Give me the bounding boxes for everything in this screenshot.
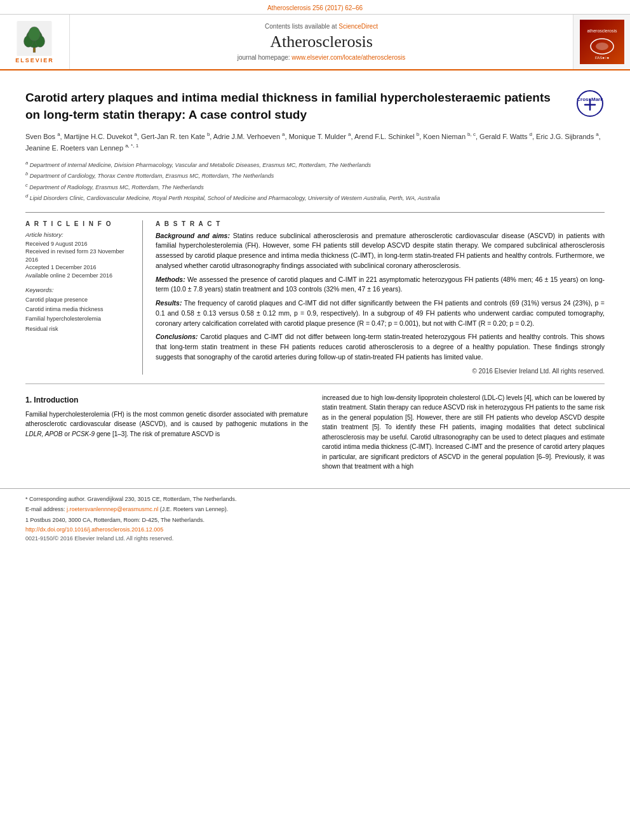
copyright-line: © 2016 Elsevier Ireland Ltd. All rights …: [156, 368, 605, 375]
main-content: Carotid artery plaques and intima medial…: [0, 70, 630, 488]
abstract-methods: Methods: We assessed the presence of car…: [156, 275, 605, 295]
intro-continued-column: increased due to high low-density lipopr…: [322, 393, 605, 476]
elsevier-brand-text: ELSEVIER: [15, 57, 54, 63]
svg-text:atherosclerosis: atherosclerosis: [587, 29, 617, 33]
keyword-4: Residual risk: [25, 324, 133, 334]
received-revised-date: Received in revised form 23 November 201…: [25, 248, 133, 263]
accepted-date: Accepted 1 December 2016: [25, 263, 133, 272]
email-attribution: (J.E. Roeters van Lennep).: [160, 506, 229, 512]
keywords-label: Keywords:: [25, 286, 133, 293]
sciencedirect-link[interactable]: ScienceDirect: [338, 23, 378, 30]
keyword-3: Familial hypercholesterolemia: [25, 314, 133, 324]
svg-point-10: [596, 43, 608, 50]
affil-b: b Department of Cardiology, Thorax Centr…: [25, 170, 605, 181]
affil-c: c Department of Radiology, Erasmus MC, R…: [25, 182, 605, 192]
article-info-column: A R T I C L E I N F O Article history: R…: [25, 220, 143, 375]
elsevier-logo-area: ELSEVIER: [0, 15, 70, 69]
email-note: E-mail address: j.roetersvanlennnep@eras…: [25, 505, 605, 514]
email-label: E-mail address:: [25, 506, 65, 512]
homepage-link[interactable]: www.elsevier.com/locate/atherosclerosis: [292, 54, 405, 61]
intro-para1: Familial hypercholesterolemia (FH) is th…: [25, 410, 308, 439]
abstract-heading: A B S T R A C T: [156, 220, 605, 227]
available-date: Available online 2 December 2016: [25, 272, 133, 280]
keywords-list: Carotid plaque presence Carotid intima m…: [25, 295, 133, 334]
intro-heading: 1. Introduction: [25, 396, 308, 404]
keyword-1: Carotid plaque presence: [25, 295, 133, 305]
intro-column: 1. Introduction Familial hypercholestero…: [25, 393, 308, 476]
article-info-heading: A R T I C L E I N F O: [25, 220, 133, 227]
contents-text: Contents lists available at: [265, 23, 337, 30]
page-container: Atherosclerosis 256 (2017) 62–66: [0, 0, 630, 548]
abstract-conclusions: Conclusions: Carotid plaques and C-IMT d…: [156, 332, 605, 362]
abstract-results: Results: The frequency of carotid plaque…: [156, 298, 605, 328]
abstract-background: Background and aims: Statins reduce subc…: [156, 231, 605, 271]
corresponding-text: Gravendijkwal 230, 3015 CE, Rotterdam, T…: [88, 496, 237, 502]
intro-title: Introduction: [34, 396, 78, 404]
keyword-2: Carotid intima media thickness: [25, 305, 133, 314]
footer-area: * Corresponding author. Gravendijkwal 23…: [0, 488, 630, 549]
section-separator: [25, 383, 605, 384]
authors-line: Sven Bos a, Martijne H.C. Duvekot a, Ger…: [25, 131, 605, 154]
svg-text:FAS●○●: FAS●○●: [594, 56, 609, 60]
results-label: Results:: [156, 299, 182, 307]
corresponding-author-note: * Corresponding author. Gravendijkwal 23…: [25, 495, 605, 504]
doi-line: http://dx.doi.org/10.1016/j.atherosclero…: [25, 526, 605, 533]
journal-homepage-line: journal homepage: www.elsevier.com/locat…: [238, 54, 406, 61]
methods-text: We assessed the presence of carotid plaq…: [156, 276, 605, 293]
affil-d: d Lipid Disorders Clinic, Cardiovascular…: [25, 192, 605, 203]
header-area: ELSEVIER Contents lists available at Sci…: [0, 15, 630, 70]
affil-a: a Department of Internal Medicine, Divis…: [25, 159, 605, 170]
intro-number: 1.: [25, 396, 32, 404]
affiliations-block: a Department of Internal Medicine, Divis…: [25, 159, 605, 203]
methods-label: Methods:: [156, 276, 185, 283]
issn-line: 0021-9150/© 2016 Elsevier Ireland Ltd. A…: [25, 535, 605, 542]
contents-available-line: Contents lists available at ScienceDirec…: [265, 23, 378, 30]
journal-title: Atherosclerosis: [270, 32, 373, 51]
postbus-note: 1 Postbus 2040, 3000 CA, Rotterdam, Room…: [25, 516, 605, 525]
journal-citation-bar: Atherosclerosis 256 (2017) 62–66: [0, 0, 630, 15]
journal-cover-area: atherosclerosis FAS●○●: [573, 15, 630, 69]
crossmark-badge: CrossMark: [576, 90, 605, 118]
conclusions-text: Carotid plaques and C-IMT did not differ…: [156, 333, 605, 361]
journal-cover-image: atherosclerosis FAS●○●: [580, 20, 624, 64]
doi-link[interactable]: http://dx.doi.org/10.1016/j.atherosclero…: [25, 526, 163, 533]
header-center: Contents lists available at ScienceDirec…: [70, 15, 573, 69]
conclusions-label: Conclusions:: [156, 333, 198, 340]
background-label: Background and aims:: [156, 232, 230, 239]
body-section: 1. Introduction Familial hypercholestero…: [25, 393, 605, 476]
info-abstract-section: A R T I C L E I N F O Article history: R…: [25, 212, 605, 375]
journal-citation-link[interactable]: Atherosclerosis 256 (2017) 62–66: [267, 4, 363, 11]
elsevier-logo: ELSEVIER: [15, 21, 54, 63]
results-text: The frequency of carotid plaques and C-I…: [156, 299, 605, 327]
svg-point-6: [29, 27, 40, 41]
article-title: Carotid artery plaques and intima medial…: [25, 90, 605, 123]
abstract-column: A B S T R A C T Background and aims: Sta…: [156, 220, 605, 375]
history-label: Article history:: [25, 231, 133, 238]
intro-para2: increased due to high low-density lipopr…: [322, 393, 605, 472]
email-link[interactable]: j.roetersvanlennnep@erasmusmc.nl: [67, 506, 158, 512]
homepage-text: journal homepage:: [238, 54, 290, 61]
received-date: Received 9 August 2016: [25, 240, 133, 248]
elsevier-tree-icon: [15, 21, 53, 56]
corresponding-label: * Corresponding author.: [25, 496, 86, 502]
